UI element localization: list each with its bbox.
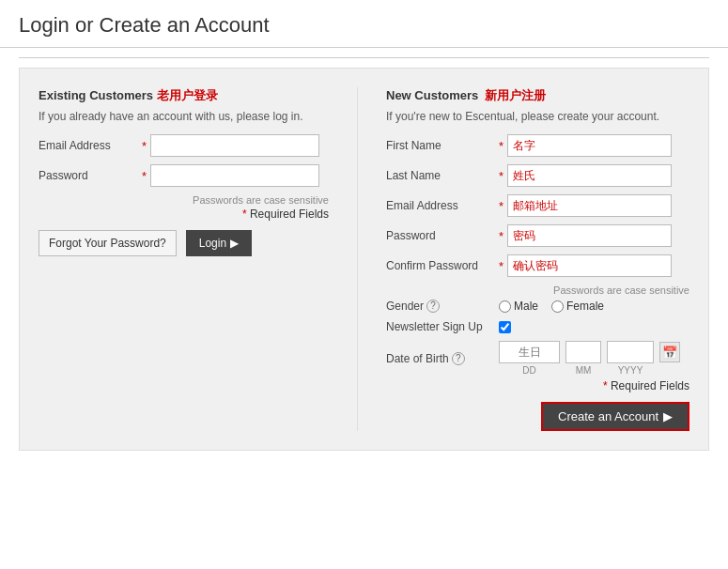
forgot-password-button[interactable]: Forgot Your Password?	[39, 230, 177, 256]
email-label: Email Address	[39, 139, 142, 152]
dob-birthday-group: DD	[499, 341, 560, 376]
password-row: Password *	[39, 164, 329, 187]
dob-help-icon[interactable]: ?	[452, 352, 465, 365]
header-divider	[19, 57, 709, 58]
calendar-icon[interactable]: 📅	[659, 342, 680, 362]
right-email-row: Email Address *	[386, 194, 689, 217]
create-account-arrow: ▶	[663, 409, 673, 423]
login-arrow: ▶	[230, 237, 239, 250]
dob-mm-label: MM	[576, 365, 592, 376]
gender-options: Male Female	[499, 300, 604, 313]
right-password-star: *	[499, 229, 503, 243]
female-radio[interactable]	[551, 300, 564, 313]
first-name-label: First Name	[386, 139, 499, 152]
page-title: Login or Create an Account	[19, 13, 709, 38]
right-password-input[interactable]	[507, 224, 672, 247]
required-fields-note: * Required Fields	[39, 208, 329, 221]
main-container: Existing Customers 老用户登录 If you already …	[19, 68, 709, 451]
dob-yyyy-group: YYYY	[607, 341, 654, 376]
right-email-input[interactable]	[507, 194, 672, 217]
existing-customers-title: Existing Customers 老用户登录	[39, 87, 329, 104]
page-header: Login or Create an Account	[0, 0, 728, 48]
right-password-row: Password *	[386, 224, 689, 247]
dob-row: Date of Birth ? DD MM YYYY 📅	[386, 341, 689, 376]
last-name-row: Last Name *	[386, 164, 689, 187]
dob-yyyy-label: YYYY	[618, 365, 643, 376]
male-option[interactable]: Male	[499, 300, 538, 313]
gender-label: Gender ?	[386, 300, 499, 313]
right-password-label: Password	[386, 229, 499, 242]
right-email-label: Email Address	[386, 199, 499, 212]
right-email-star: *	[499, 199, 503, 213]
email-required-star: *	[142, 139, 147, 153]
dob-dd-label: DD	[522, 365, 535, 376]
first-name-row: First Name *	[386, 134, 689, 157]
gender-help-icon[interactable]: ?	[426, 300, 440, 313]
right-case-sensitive-note: Passwords are case sensitive	[499, 284, 689, 296]
email-input[interactable]	[150, 134, 319, 157]
new-customers-panel: New Customers 新用户注册 If you're new to Esc…	[358, 87, 689, 431]
confirm-password-row: Confirm Password *	[386, 254, 689, 277]
right-required-fields-note: * Required Fields	[386, 379, 689, 392]
dob-mm-group: MM	[565, 341, 601, 376]
newsletter-row: Newsletter Sign Up	[386, 320, 689, 333]
new-customers-desc: If you're new to Escentual, please creat…	[386, 110, 689, 123]
last-name-star: *	[499, 169, 503, 183]
password-input[interactable]	[150, 164, 319, 187]
create-account-row: Create an Account ▶	[386, 402, 689, 431]
case-sensitive-note: Passwords are case sensitive	[142, 194, 329, 206]
confirm-password-star: *	[499, 259, 503, 273]
gender-row: Gender ? Male Female	[386, 300, 689, 313]
newsletter-label: Newsletter Sign Up	[386, 320, 499, 333]
dob-yyyy-input[interactable]	[607, 341, 654, 363]
password-required-star: *	[142, 169, 147, 183]
dob-inputs: DD MM YYYY 📅	[499, 341, 680, 376]
login-button[interactable]: Login ▶	[186, 230, 252, 256]
male-radio[interactable]	[499, 300, 511, 313]
last-name-input[interactable]	[507, 164, 672, 187]
confirm-password-input[interactable]	[507, 254, 672, 277]
email-row: Email Address *	[39, 134, 329, 157]
create-account-button[interactable]: Create an Account ▶	[541, 402, 689, 431]
confirm-password-label: Confirm Password	[386, 259, 499, 272]
first-name-star: *	[499, 139, 503, 153]
dob-label: Date of Birth ?	[386, 352, 499, 365]
last-name-label: Last Name	[386, 169, 499, 182]
first-name-input[interactable]	[507, 134, 672, 157]
existing-customers-panel: Existing Customers 老用户登录 If you already …	[39, 87, 358, 431]
existing-customers-desc: If you already have an account with us, …	[39, 110, 329, 123]
password-label: Password	[39, 169, 142, 182]
dob-birthday-input[interactable]	[499, 341, 560, 363]
dob-mm-input[interactable]	[565, 341, 601, 363]
newsletter-checkbox[interactable]	[499, 321, 511, 333]
new-customers-title: New Customers 新用户注册	[386, 87, 689, 104]
female-option[interactable]: Female	[551, 300, 604, 313]
login-buttons-row: Forgot Your Password? Login ▶	[39, 230, 329, 256]
